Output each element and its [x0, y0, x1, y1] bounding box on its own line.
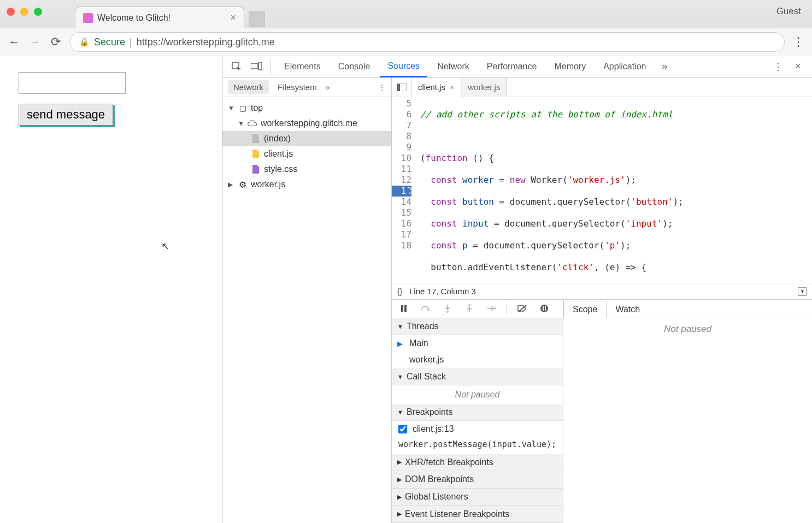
close-icon[interactable]: ×: [450, 83, 454, 92]
file-icon: [251, 149, 261, 159]
tab-network[interactable]: Network: [429, 56, 477, 78]
tree-file-clientjs[interactable]: client.js: [222, 146, 391, 162]
new-tab-button[interactable]: [249, 11, 265, 27]
tree-file-stylecss[interactable]: style.css: [222, 162, 391, 177]
section-label: XHR/fetch Breakpoints: [405, 457, 493, 467]
maximize-window-button[interactable]: [34, 8, 42, 16]
tree-label: (index): [264, 134, 291, 144]
devtools-menu-icon[interactable]: ⋮: [769, 58, 787, 75]
event-listener-breakpoints-header[interactable]: ▶Event Listener Breakpoints: [392, 506, 563, 523]
minimize-window-button[interactable]: [20, 8, 28, 16]
dom-breakpoints-header[interactable]: ▶DOM Breakpoints: [392, 471, 563, 489]
tree-domain[interactable]: ▼ workerstepping.glitch.me: [222, 116, 391, 131]
forward-button[interactable]: →: [28, 35, 42, 49]
tab-application[interactable]: Application: [596, 56, 654, 78]
secure-label: Secure: [94, 37, 125, 48]
tab-performance[interactable]: Performance: [479, 56, 545, 78]
chevron-down-icon: ▼: [238, 120, 244, 127]
file-icon: [251, 164, 261, 174]
debugger-left: ▼Threads ▶Main worker.js ▼Call Stack Not…: [392, 300, 563, 523]
callstack-body: Not paused: [392, 385, 563, 404]
url-text: https://workerstepping.glitch.me: [137, 37, 275, 48]
back-button[interactable]: ←: [8, 35, 21, 49]
editor-tabbar: client.js × worker.js: [392, 78, 812, 97]
svg-rect-4: [397, 84, 400, 91]
tab-console[interactable]: Console: [331, 56, 378, 78]
browser-menu-icon[interactable]: ⋮: [792, 35, 804, 49]
tree-top[interactable]: ▼ ▢ top: [222, 100, 391, 116]
tab-memory[interactable]: Memory: [546, 56, 593, 78]
breakpoint-checkbox[interactable]: [398, 425, 407, 433]
code-content[interactable]: // add other scripts at the bottom of in…: [415, 97, 812, 283]
inspect-element-icon[interactable]: [228, 58, 245, 75]
tab-sources[interactable]: Sources: [380, 56, 427, 78]
tree-worker[interactable]: ▶ ⚙ worker.js: [222, 177, 391, 192]
section-label: Event Listener Breakpoints: [405, 509, 509, 519]
editor-tab-clientjs[interactable]: client.js ×: [411, 78, 461, 97]
step-into-button[interactable]: [441, 302, 454, 315]
code-editor[interactable]: 56789101112131415161718 // add other scr…: [392, 97, 812, 283]
navigator-menu-icon[interactable]: ⋮: [378, 83, 386, 92]
tree-file-index[interactable]: (index): [222, 131, 391, 146]
url-separator: |: [130, 37, 132, 48]
section-label: Threads: [407, 322, 439, 331]
step-button[interactable]: [485, 302, 498, 315]
separator: [270, 60, 271, 74]
cloud-icon: [248, 118, 257, 128]
close-tab-icon[interactable]: ×: [230, 12, 236, 23]
guest-label[interactable]: Guest: [776, 6, 801, 17]
tab-elements[interactable]: Elements: [276, 56, 328, 78]
navigator-tab-filesystem[interactable]: Filesystem: [272, 80, 322, 94]
chevron-right-icon: ▶: [397, 476, 402, 483]
toggle-navigator-icon[interactable]: [392, 78, 411, 97]
more-tabs-icon[interactable]: »: [656, 58, 673, 75]
svg-point-10: [494, 307, 496, 310]
pretty-print-icon[interactable]: {}: [397, 287, 409, 296]
pause-button[interactable]: [397, 302, 410, 315]
browser-tab[interactable]: Welcome to Glitch! ×: [75, 7, 244, 28]
svg-point-12: [540, 305, 548, 312]
step-out-button[interactable]: [463, 302, 476, 315]
tab-watch[interactable]: Watch: [607, 301, 649, 318]
reload-button[interactable]: ⟳: [49, 35, 62, 49]
navigator-subtabs: Network Filesystem » ⋮: [222, 78, 391, 97]
scope-watch-tabs: Scope Watch: [563, 300, 812, 318]
tree-label: style.css: [264, 164, 297, 174]
message-input[interactable]: [19, 72, 126, 94]
frame-icon: ▢: [238, 103, 248, 113]
callstack-header[interactable]: ▼Call Stack: [392, 368, 563, 385]
chevron-down-icon: ▼: [397, 323, 403, 330]
gear-icon: ⚙: [238, 180, 248, 189]
active-thread-icon: ▶: [397, 340, 405, 348]
svg-point-8: [446, 311, 449, 313]
editor-statusbar: {} Line 17, Column 3 ▾: [392, 283, 812, 299]
svg-rect-14: [545, 306, 546, 311]
chevron-right-icon: ▶: [397, 510, 402, 518]
thread-worker[interactable]: worker.js: [392, 352, 563, 368]
svg-rect-5: [401, 305, 403, 312]
breakpoint-row[interactable]: client.js:13: [392, 421, 563, 437]
global-listeners-header[interactable]: ▶Global Listeners: [392, 489, 563, 506]
svg-point-7: [427, 309, 429, 311]
tab-title: Welcome to Glitch!: [97, 13, 170, 23]
xhr-breakpoints-header[interactable]: ▶XHR/fetch Breakpoints: [392, 454, 563, 471]
navigator-tab-network[interactable]: Network: [228, 80, 269, 94]
breakpoints-header[interactable]: ▼Breakpoints: [392, 404, 563, 421]
navigator-more-icon[interactable]: »: [326, 83, 330, 92]
omnibox[interactable]: 🔒 Secure | https://workerstepping.glitch…: [70, 32, 785, 52]
threads-header[interactable]: ▼Threads: [392, 318, 563, 336]
deactivate-breakpoints-button[interactable]: [516, 302, 529, 315]
step-over-button[interactable]: [419, 302, 432, 315]
tab-scope[interactable]: Scope: [563, 301, 607, 318]
chevron-right-icon: ▶: [228, 181, 234, 188]
close-devtools-icon[interactable]: ×: [789, 58, 807, 75]
coverage-icon[interactable]: ▾: [798, 287, 807, 296]
gutter[interactable]: 56789101112131415161718: [392, 97, 415, 283]
pause-on-exceptions-button[interactable]: [538, 302, 551, 315]
device-toolbar-icon[interactable]: [248, 58, 265, 75]
chevron-right-icon: ▶: [397, 459, 402, 466]
close-window-button[interactable]: [7, 8, 15, 16]
send-message-button[interactable]: send message: [19, 104, 113, 126]
thread-main[interactable]: ▶Main: [392, 335, 563, 352]
editor-tab-workerjs[interactable]: worker.js: [461, 78, 507, 97]
